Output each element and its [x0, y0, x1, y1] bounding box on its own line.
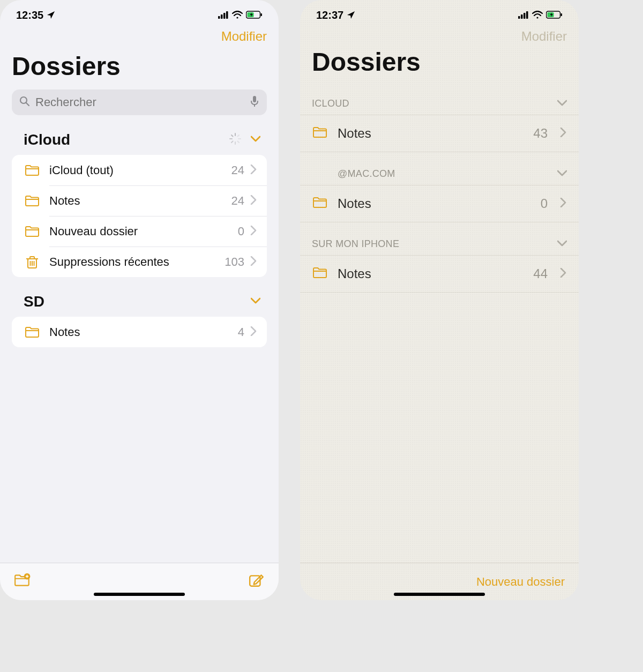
cell-signal-icon [218, 11, 229, 19]
sd-folder-list: Notes 4 [12, 317, 267, 347]
new-folder-button[interactable] [14, 573, 31, 591]
trash-icon [24, 255, 41, 269]
chevron-right-icon [559, 128, 567, 139]
folder-icon [24, 225, 41, 238]
section-label: SD [24, 293, 44, 310]
folder-icon [312, 125, 330, 141]
folder-count: 4 [238, 325, 244, 339]
section-label: iCloud [24, 131, 70, 148]
chevron-down-icon[interactable] [557, 98, 567, 109]
search-field[interactable] [12, 89, 267, 115]
home-indicator[interactable] [94, 593, 185, 596]
edit-button[interactable]: Modifier [521, 29, 567, 44]
folder-row[interactable]: Nouveau dossier 0 [12, 216, 267, 247]
new-folder-button[interactable]: Nouveau dossier [476, 575, 565, 589]
chevron-right-icon [250, 226, 257, 237]
status-bar: 12:37 [300, 0, 579, 26]
folder-name: Nouveau dossier [49, 225, 238, 238]
folder-row[interactable]: iCloud (tout) 24 [12, 155, 267, 185]
battery-icon [546, 11, 563, 19]
sync-spinner-icon [229, 133, 241, 147]
folder-count: 24 [231, 163, 244, 177]
folder-name: Notes [49, 325, 238, 339]
folder-icon [24, 194, 41, 208]
chevron-right-icon [250, 195, 257, 207]
chevron-down-icon[interactable] [251, 135, 260, 145]
chevron-down-icon[interactable] [251, 297, 260, 307]
chevron-down-icon[interactable] [557, 238, 567, 250]
chevron-right-icon [559, 268, 567, 280]
folder-row[interactable]: Notes 4 [12, 317, 267, 347]
folder-row[interactable]: Notes 0 [300, 185, 579, 222]
section-header-icloud[interactable]: iCloud [0, 115, 279, 155]
chevron-right-icon [250, 256, 257, 268]
edit-button[interactable]: Modifier [221, 29, 267, 44]
section-label: ICLOUD [312, 98, 349, 109]
page-title: Dossiers [0, 44, 279, 86]
phone-left: 12:35 Modifier Dossiers iCloud iCloud (t… [0, 0, 279, 600]
chevron-right-icon [250, 326, 257, 338]
phone-right: 12:37 Modifier Dossiers ICLOUD Notes 43 … [300, 0, 579, 600]
folder-count: 43 [533, 126, 548, 141]
section-label: SUR MON IPHONE [312, 238, 399, 250]
folder-name: Notes [338, 126, 533, 141]
search-input[interactable] [35, 95, 244, 109]
cell-signal-icon [518, 11, 529, 19]
folder-name: Notes [338, 266, 533, 281]
search-icon [19, 96, 30, 109]
icloud-folder-list: iCloud (tout) 24 Notes 24 Nouveau dossie… [12, 155, 267, 277]
mic-icon[interactable] [250, 95, 259, 109]
folder-count: 103 [225, 255, 244, 269]
battery-icon [246, 11, 263, 19]
page-title: Dossiers [300, 44, 579, 82]
folder-name: Notes [49, 194, 231, 208]
folder-name: Notes [338, 196, 541, 211]
nav-bar: Modifier [0, 26, 279, 44]
wifi-icon [532, 11, 543, 19]
wifi-icon [232, 11, 243, 19]
section-header-icloud[interactable]: ICLOUD [300, 82, 579, 115]
home-indicator[interactable] [394, 593, 485, 596]
folder-count: 0 [238, 225, 244, 238]
chevron-right-icon [559, 198, 567, 210]
folder-icon [24, 325, 41, 339]
status-time: 12:37 [316, 9, 343, 21]
folder-icon [312, 266, 330, 282]
folder-name: Suppressions récentes [49, 255, 225, 269]
folder-icon [24, 163, 41, 177]
section-header-local[interactable]: SUR MON IPHONE [300, 222, 579, 255]
status-bar: 12:35 [0, 0, 279, 26]
folder-count: 0 [541, 196, 548, 211]
folder-row[interactable]: Notes 24 [12, 185, 267, 216]
chevron-right-icon [250, 165, 257, 176]
section-header-sd[interactable]: SD [0, 277, 279, 317]
folder-count: 44 [533, 266, 548, 281]
folder-row[interactable]: Notes 44 [300, 255, 579, 293]
section-label: @MAC.COM [338, 168, 395, 180]
folder-name: iCloud (tout) [49, 163, 231, 177]
folder-row[interactable]: Notes 43 [300, 115, 579, 152]
folder-count: 24 [231, 194, 244, 208]
status-time: 12:35 [16, 9, 43, 21]
folder-row[interactable]: Suppressions récentes 103 [12, 247, 267, 277]
section-header-mac[interactable]: @MAC.COM [300, 152, 579, 185]
nav-bar: Modifier [300, 26, 579, 44]
compose-button[interactable] [249, 573, 265, 591]
chevron-down-icon[interactable] [557, 168, 567, 180]
location-icon [47, 11, 55, 19]
folder-icon [312, 196, 330, 212]
location-icon [347, 11, 355, 19]
